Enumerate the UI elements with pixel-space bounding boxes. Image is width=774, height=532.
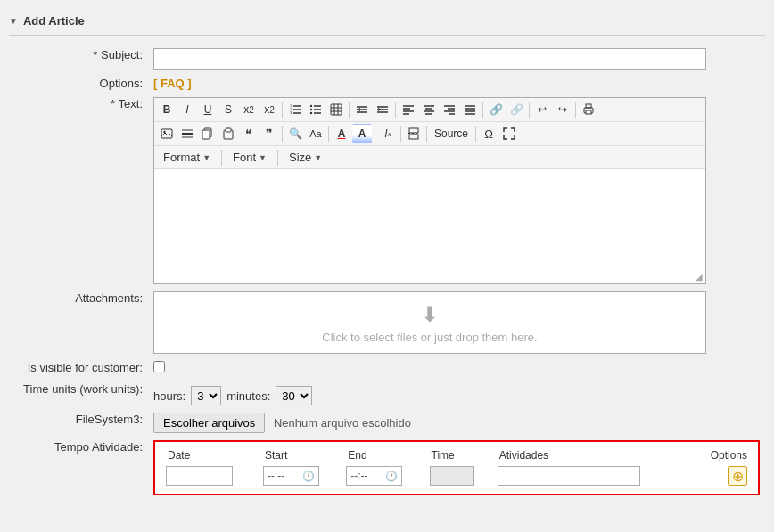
align-justify-button[interactable] — [460, 100, 480, 119]
replace-button[interactable]: Aa — [306, 124, 325, 143]
start-clock-icon[interactable]: 🕐 — [302, 471, 315, 482]
section-header[interactable]: ▼ Add Article — [9, 9, 765, 36]
toolbar-sep-10 — [400, 126, 401, 142]
underline-button[interactable]: U — [198, 100, 218, 119]
align-right-button[interactable] — [440, 100, 459, 119]
tempo-data-row: --:-- 🕐 --:-- 🕐 — [162, 463, 751, 488]
attachments-dropzone[interactable]: ⬇ Click to select files or just drop the… — [153, 291, 706, 354]
link-button[interactable]: 🔗 — [486, 100, 506, 119]
col-time: Time — [426, 447, 494, 463]
toolbar-sep-4 — [482, 102, 483, 118]
time-units-row: Time units (work units): hours: 1 2 3 4 … — [9, 379, 765, 409]
visible-checkbox[interactable] — [153, 361, 165, 372]
tempo-header-row: Date Start End Time Atividades Options — [162, 447, 751, 463]
dropdown-sep-1 — [221, 150, 222, 166]
font-arrow-icon: ▼ — [259, 153, 267, 162]
ordered-list-button[interactable]: 1.2.3. — [285, 100, 305, 119]
page-container: ▼ Add Article * Subject: Options: [ FAQ … — [0, 0, 774, 532]
toolbar-sep-12 — [475, 126, 476, 142]
hours-select[interactable]: 1 2 3 4 5 — [191, 386, 221, 405]
format-dropdown[interactable]: Format ▼ — [158, 149, 216, 166]
section-title: Add Article — [23, 14, 85, 28]
undo-button[interactable]: ↩ — [532, 100, 552, 119]
tempo-atividade-section: Date Start End Time Atividades Options — [153, 440, 760, 495]
tempo-label: Tempo Atividade: — [9, 437, 148, 499]
italic-button[interactable]: I — [177, 100, 197, 119]
superscript-button[interactable]: x2 — [259, 100, 279, 119]
size-arrow-icon: ▼ — [314, 153, 322, 162]
faq-link[interactable]: [ FAQ ] — [153, 77, 192, 90]
bold-button[interactable]: B — [157, 100, 177, 119]
start-time-text: --:-- — [268, 470, 300, 482]
visible-label: Is visible for customer: — [9, 357, 148, 379]
add-article-form: * Subject: Options: [ FAQ ] * Text: B I — [9, 45, 765, 499]
toolbar-sep-1 — [282, 102, 283, 118]
align-center-button[interactable] — [419, 100, 439, 119]
col-atividades: Atividades — [494, 447, 691, 463]
indent-button[interactable] — [373, 100, 392, 119]
svg-rect-51 — [409, 128, 418, 133]
blockquote-button[interactable]: ❝ — [239, 124, 259, 143]
col-options: Options — [690, 447, 751, 463]
format-arrow-icon: ▼ — [202, 153, 210, 162]
no-file-text: Nenhum arquivo escolhido — [274, 416, 411, 430]
visible-row: Is visible for customer: — [9, 357, 765, 379]
svg-rect-40 — [586, 104, 591, 108]
dropdown-sep-2 — [277, 150, 278, 166]
svg-point-11 — [310, 112, 312, 114]
subject-row: * Subject: — [9, 45, 765, 73]
page-break-button[interactable] — [404, 124, 424, 143]
subscript-button[interactable]: x2 — [239, 100, 259, 119]
paste-button[interactable] — [218, 124, 238, 143]
atividades-input[interactable]: Formatar PC — [498, 466, 640, 486]
resize-handle[interactable]: ◢ — [154, 270, 705, 283]
svg-rect-41 — [586, 110, 591, 114]
editor-textarea[interactable] — [154, 169, 705, 267]
fullscreen-button[interactable] — [499, 124, 519, 143]
minutes-select[interactable]: 0 15 30 45 — [276, 386, 312, 405]
col-end: End — [342, 447, 425, 463]
attachments-hint: Click to select files or just drop them … — [322, 331, 537, 344]
date-input[interactable] — [166, 466, 233, 486]
bg-color-button[interactable]: A — [352, 124, 372, 143]
image-button[interactable] — [157, 124, 177, 143]
align-left-button[interactable] — [399, 100, 418, 119]
unlink-button[interactable]: 🔗 — [506, 100, 526, 119]
hr-button[interactable] — [177, 124, 197, 143]
filesystem-row: FileSystem3: Escolher arquivos Nenhum ar… — [9, 409, 765, 437]
copy-format-button[interactable] — [198, 124, 218, 143]
end-time-text: --:-- — [350, 470, 383, 482]
strikethrough-button[interactable]: S — [218, 100, 238, 119]
toolbar-sep-5 — [529, 102, 530, 118]
table-button[interactable] — [326, 100, 346, 119]
col-date: Date — [162, 447, 259, 463]
end-time-wrap: --:-- 🕐 — [346, 466, 402, 486]
font-dropdown[interactable]: Font ▼ — [227, 149, 272, 166]
font-color-button[interactable]: A — [332, 124, 351, 143]
text-label: * Text: — [9, 94, 148, 288]
special-chars-button[interactable]: Ω — [479, 124, 498, 143]
outdent-button[interactable] — [352, 100, 372, 119]
svg-rect-12 — [331, 104, 342, 115]
unordered-list-button[interactable] — [306, 100, 325, 119]
svg-text:3.: 3. — [290, 110, 292, 115]
font-label: Font — [233, 151, 256, 164]
tempo-atividade-row: Tempo Atividade: Date Start End Time Ati… — [9, 437, 765, 499]
find-button[interactable]: 🔍 — [285, 124, 305, 143]
add-tempo-button[interactable]: ⊕ — [728, 466, 747, 486]
toolbar-sep-6 — [575, 102, 576, 118]
print-button[interactable] — [579, 100, 598, 119]
cite-button[interactable]: ❞ — [259, 124, 279, 143]
subject-input[interactable] — [153, 48, 706, 70]
start-time-wrap: --:-- 🕐 — [263, 466, 319, 486]
redo-button[interactable]: ↪ — [553, 100, 572, 119]
end-clock-icon[interactable]: 🕐 — [385, 471, 398, 482]
clear-format-button[interactable]: Ix — [378, 124, 398, 143]
text-row: * Text: B I U S x2 x2 1.2.3. — [9, 94, 765, 288]
choose-files-button[interactable]: Escolher arquivos — [153, 413, 265, 433]
toolbar-sep-3 — [395, 102, 396, 118]
source-button[interactable]: Source — [430, 124, 473, 143]
size-dropdown[interactable]: Size ▼ — [284, 149, 327, 166]
toolbar-sep-9 — [375, 126, 375, 142]
hours-label: hours: — [153, 389, 185, 403]
